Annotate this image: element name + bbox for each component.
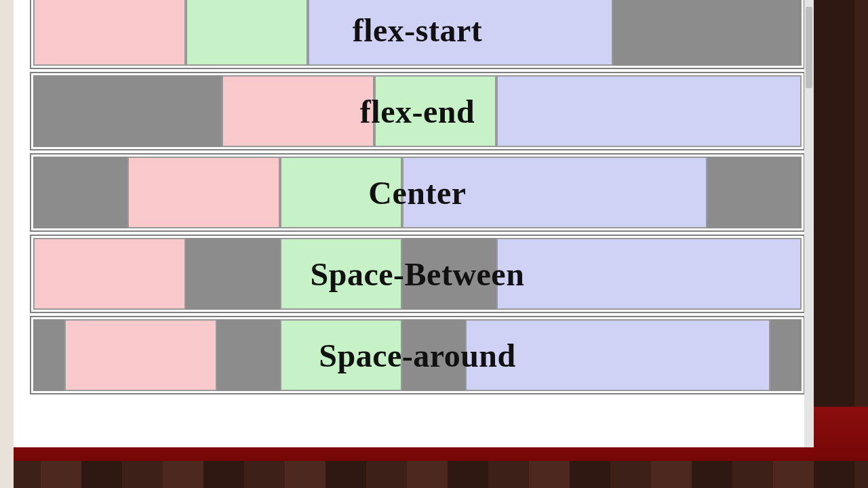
box-purple (465, 319, 770, 391)
justify-content-diagram: flex-start flex-end Center Space-Between (31, 0, 804, 393)
box-green (280, 238, 402, 310)
box-purple (402, 157, 707, 228)
box-green (374, 75, 496, 147)
scrollbar-thumb[interactable] (806, 7, 812, 88)
box-pink (222, 75, 374, 147)
row-flex-start: flex-start (31, 0, 804, 68)
box-green (186, 0, 308, 66)
row-center: Center (31, 155, 804, 230)
box-purple (496, 75, 802, 147)
box-purple (308, 0, 613, 66)
scrollbar[interactable] (804, 0, 814, 447)
box-green (280, 157, 402, 228)
box-green (280, 319, 402, 391)
row-space-between: Space-Between (31, 236, 804, 312)
box-pink (33, 0, 186, 66)
row-space-around: Space-around (31, 317, 804, 393)
box-purple (496, 238, 802, 310)
page-left-pad (0, 0, 14, 488)
row-flex-end: flex-end (31, 73, 804, 149)
slide-panel: flex-start flex-end Center Space-Between (14, 0, 814, 447)
box-pink (127, 157, 280, 228)
box-pink (64, 319, 217, 391)
box-pink (33, 238, 186, 310)
